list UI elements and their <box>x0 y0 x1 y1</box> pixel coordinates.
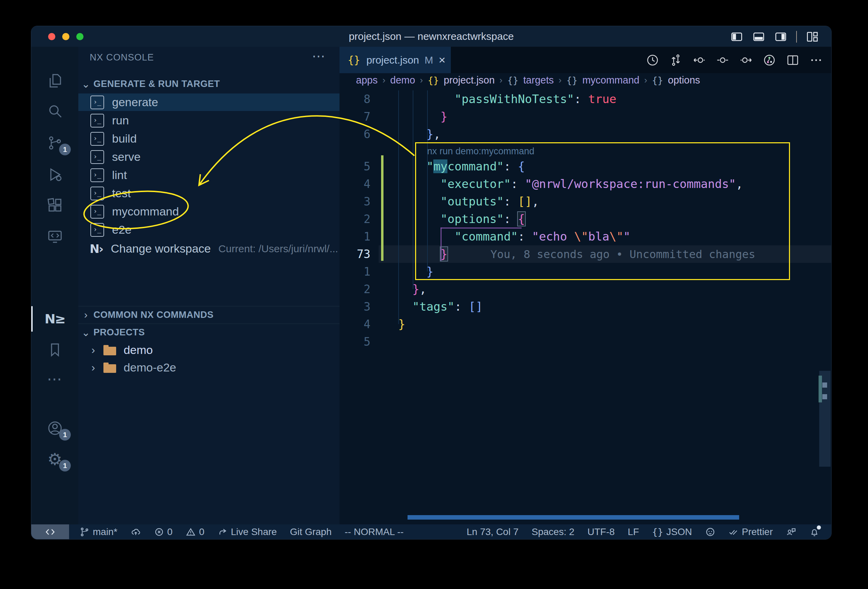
accounts-button[interactable]: 1 <box>31 413 78 443</box>
target-label: run <box>112 114 129 127</box>
project-label: demo <box>124 343 153 357</box>
terminal-icon: ›_ <box>90 96 104 109</box>
line-number[interactable]: 3 <box>340 193 371 210</box>
live-share-icon <box>217 527 228 537</box>
status-label: JSON <box>666 527 692 537</box>
sidebar-item-build[interactable]: ›_build <box>78 130 340 148</box>
status-item-bell[interactable] <box>809 527 819 537</box>
notification-dot <box>817 526 821 530</box>
settings-button[interactable]: ⚙ 1 <box>31 444 78 474</box>
line-number[interactable]: 2 <box>340 280 371 298</box>
chevron-right-icon: › <box>92 361 95 374</box>
sidebar-item-extensions[interactable] <box>31 190 78 221</box>
status-item-live-share[interactable]: Live Share <box>217 527 277 537</box>
settings-badge: 1 <box>59 460 71 471</box>
sidebar-item-bookmarks[interactable] <box>31 335 78 365</box>
open-remote-window-icon <box>45 527 55 537</box>
line-number[interactable]: 4 <box>340 316 371 333</box>
status-item--normal-[interactable]: -- NORMAL -- <box>345 527 404 537</box>
section-common-nx-commands[interactable]: › COMMON NX COMMANDS <box>78 307 340 322</box>
line-number[interactable]: 8 <box>340 90 371 108</box>
status-item-github[interactable] <box>705 527 716 537</box>
status-item-0[interactable]: 0 <box>186 527 204 537</box>
toggle-secondary-sidebar-icon[interactable] <box>774 30 787 43</box>
status-item-lf[interactable]: LF <box>628 527 639 537</box>
sidebar-item-nx-console[interactable]: N≥ <box>31 304 78 334</box>
sidebar-item-change-workspace[interactable]: N› Change workspace Current: /Users/juri… <box>78 240 340 257</box>
code-line-text[interactable]: "passWithNoTests": true <box>398 90 617 108</box>
status-item-spaces-2[interactable]: Spaces: 2 <box>531 527 574 537</box>
sidebar-item-run[interactable]: ›_run <box>78 112 340 129</box>
sidebar-item-generate[interactable]: ›_generate <box>78 93 340 111</box>
status-item-main-[interactable]: main* <box>80 527 118 537</box>
project-label: demo-e2e <box>124 361 176 374</box>
code-line-text[interactable]: } <box>398 316 405 333</box>
project-item-demo-e2e[interactable]: ›demo-e2e <box>78 359 340 376</box>
code-token: "passWithNoTests" <box>455 92 574 106</box>
status-item-ln-73-col-7[interactable]: Ln 73, Col 7 <box>466 527 518 537</box>
line-number[interactable]: 1 <box>340 228 371 245</box>
status-item-prettier[interactable]: Prettier <box>728 527 773 537</box>
line-number[interactable]: 2 <box>340 210 371 228</box>
sidebar-item-test[interactable]: ›_test <box>78 185 340 202</box>
line-number[interactable]: 7 <box>340 108 371 125</box>
code-line-text[interactable]: "tags": [] <box>398 298 483 316</box>
code-token: } <box>427 127 433 141</box>
code-line: 6 }, <box>340 125 831 143</box>
toggle-primary-sidebar-icon[interactable] <box>730 30 743 43</box>
horizontal-scrollbar[interactable] <box>407 515 739 520</box>
status-item-json[interactable]: {}JSON <box>652 527 692 537</box>
sidebar-item-more-views[interactable]: ⋯ <box>31 363 78 394</box>
search-icon <box>47 103 63 119</box>
status-item-utf-8[interactable]: UTF-8 <box>588 527 615 537</box>
vscode-window: project.json — newnxreactwrkspace 1 <box>31 26 831 540</box>
line-number[interactable]: 4 <box>340 175 371 193</box>
line-number[interactable]: 6 <box>340 125 371 143</box>
sidebar-item-search[interactable] <box>31 96 78 126</box>
code-line-text[interactable]: } <box>398 108 447 125</box>
sidebar-more-actions-icon[interactable]: ⋯ <box>312 47 325 68</box>
code-token: } <box>440 110 447 123</box>
code-line-text[interactable]: }, <box>398 125 440 143</box>
code-editor[interactable]: 8 "passWithNoTests": true7 }6 },nx run d… <box>340 47 831 524</box>
section-projects[interactable]: ⌄ PROJECTS <box>78 325 340 340</box>
status-bar-right: Ln 73, Col 7Spaces: 2UTF-8LF{}JSONPretti… <box>466 524 819 539</box>
vertical-scrollbar[interactable] <box>819 371 831 466</box>
code-line: 3 "tags": [] <box>340 298 831 316</box>
status-bar-left: main*00Live ShareGit Graph-- NORMAL -- <box>80 524 404 539</box>
toggle-panel-icon[interactable] <box>752 30 765 43</box>
code-line: 2 }, <box>340 280 831 298</box>
line-number[interactable]: 3 <box>340 298 371 316</box>
customize-layout-icon[interactable] <box>806 30 819 43</box>
window-title: project.json — newnxreactwrkspace <box>31 26 831 47</box>
line-number[interactable]: 5 <box>340 333 371 350</box>
status-item-git-graph[interactable]: Git Graph <box>290 527 332 537</box>
sidebar-item-mycommand[interactable]: ›_mycommand <box>78 203 340 220</box>
code-token: } <box>412 282 419 296</box>
section-divider <box>78 323 340 324</box>
sidebar-item-explorer[interactable] <box>31 66 78 96</box>
chevron-right-icon: › <box>92 344 95 356</box>
remote-indicator[interactable] <box>31 524 69 539</box>
project-item-demo[interactable]: ›demo <box>78 341 340 359</box>
sidebar-item-serve[interactable]: ›_serve <box>78 148 340 165</box>
run-debug-icon <box>47 166 63 183</box>
status-item-feedback[interactable] <box>786 527 796 537</box>
code-line: 5 <box>340 333 831 350</box>
sidebar-item-lint[interactable]: ›_lint <box>78 166 340 184</box>
status-item-0[interactable]: 0 <box>154 527 173 537</box>
sidebar-item-remote-explorer[interactable] <box>31 221 78 251</box>
status-item-cloud-upload[interactable] <box>131 527 141 537</box>
section-generate-run-target[interactable]: ⌄ GENERATE & RUN TARGET <box>78 76 340 92</box>
line-number[interactable]: 1 <box>340 263 371 280</box>
sidebar-item-e2e[interactable]: ›_e2e <box>78 221 340 239</box>
line-number[interactable]: 73 <box>340 245 371 263</box>
code-line: 4} <box>340 316 831 333</box>
sidebar-item-source-control[interactable]: 1 <box>31 128 78 158</box>
sidebar-item-run-debug[interactable] <box>31 159 78 190</box>
line-number[interactable]: 5 <box>340 158 371 175</box>
title-bar-divider <box>796 31 797 43</box>
section-divider <box>78 306 340 307</box>
code-line-text[interactable]: }, <box>398 280 427 298</box>
status-label: Spaces: 2 <box>531 527 574 537</box>
